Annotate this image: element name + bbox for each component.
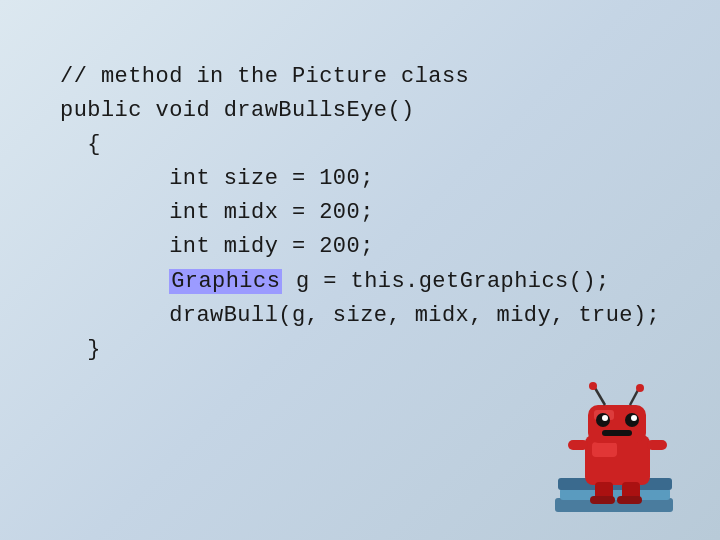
code-line-1: // method in the Picture class — [60, 64, 469, 89]
svg-point-10 — [631, 415, 637, 421]
svg-rect-4 — [592, 442, 617, 457]
svg-line-11 — [595, 388, 605, 405]
code-line-6: int midy = 200; — [60, 234, 374, 259]
svg-rect-20 — [590, 496, 615, 504]
code-line-4: int size = 100; — [60, 166, 374, 191]
mascot-container — [550, 380, 690, 520]
code-line-8: drawBull(g, size, midx, midy, true); — [60, 303, 660, 328]
svg-rect-21 — [617, 496, 642, 504]
code-line-7-post: g = this.getGraphics(); — [282, 269, 609, 294]
code-line-3: { — [60, 132, 101, 157]
svg-rect-16 — [568, 440, 588, 450]
graphics-highlight: Graphics — [169, 269, 282, 294]
slide: // method in the Picture class public vo… — [0, 0, 720, 540]
mascot-svg — [550, 380, 690, 525]
code-line-5: int midx = 200; — [60, 200, 374, 225]
code-line-9: } — [60, 337, 101, 362]
svg-point-12 — [589, 382, 597, 390]
code-block: // method in the Picture class public vo… — [60, 60, 660, 367]
svg-rect-17 — [647, 440, 667, 450]
code-line-7: Graphics g = this.getGraphics(); — [60, 269, 610, 294]
svg-point-9 — [602, 415, 608, 421]
svg-point-14 — [636, 384, 644, 392]
code-line-2: public void drawBullsEye() — [60, 98, 415, 123]
svg-line-13 — [630, 390, 638, 405]
svg-rect-15 — [602, 430, 632, 436]
